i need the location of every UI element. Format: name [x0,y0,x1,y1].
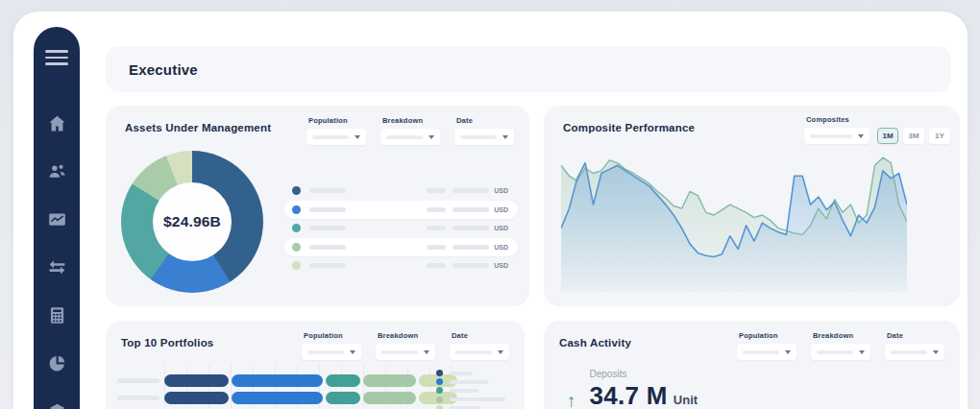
filter-label: Composites [806,115,870,124]
chevron-down-icon [858,134,864,138]
breakdown-select[interactable] [376,344,435,360]
filter-date: Date [454,116,514,145]
filter-population: Population [306,116,366,145]
legend-name-skeleton [309,207,346,212]
performance-icon[interactable] [45,207,68,230]
menu-icon[interactable] [45,46,68,69]
legend-value-skeleton [427,207,446,212]
legend-amount-skeleton [453,188,489,193]
perf-controls: Composites 1M 3M 1Y [804,115,950,144]
bar-track [164,374,457,387]
aum-legend-row: USD [284,181,518,201]
portfolio-bar-row [106,374,457,387]
chevron-down-icon [859,350,865,354]
bar-segment [326,392,361,404]
calculator-icon[interactable] [45,303,68,326]
portfolio-legend-item [436,387,505,394]
select-placeholder-skeleton [455,350,492,354]
card-assets-under-management: Assets Under Management Population Break… [106,106,529,306]
filter-breakdown: Breakdown [380,116,440,145]
chevron-down-icon [933,350,939,354]
aum-legend-row: USD [284,201,518,220]
home-icon[interactable] [45,111,68,134]
portfolio-legend [436,370,505,409]
breakdown-select[interactable] [380,129,440,145]
currency-label: USD [494,187,508,194]
legend-name-skeleton [309,226,346,230]
legend-amount-skeleton [453,245,489,250]
legend-dot [292,186,301,195]
legend-value-skeleton [427,226,446,230]
sidebar-nav [34,27,80,409]
range-buttons: 1M 3M 1Y [877,128,950,144]
aum-legend-row: USD [284,219,518,238]
users-icon[interactable] [45,159,68,182]
population-select[interactable] [306,129,366,145]
range-button-1y[interactable]: 1Y [929,128,950,144]
chevron-down-icon [502,135,508,139]
filter-label: Date [887,331,944,340]
chevron-down-icon [785,350,791,354]
population-select[interactable] [737,344,796,360]
legend-name-skeleton [450,397,505,401]
currency-label: USD [494,244,508,251]
range-button-1m[interactable]: 1M [877,128,898,144]
bar-segment [164,374,229,387]
transfers-icon[interactable] [45,255,68,278]
filter-population: Population [302,331,361,360]
date-select[interactable] [454,129,514,145]
aum-legend-row: USD [284,238,518,257]
allocation-pie-icon[interactable] [45,351,68,374]
aum-total-value: $24.96B [163,213,221,230]
bar-segment [232,392,323,404]
select-placeholder-skeleton [386,135,423,139]
filter-label: Breakdown [378,331,435,340]
breakdown-select[interactable] [811,344,870,360]
range-button-3m[interactable]: 3M [903,128,924,144]
bar-track [164,392,457,404]
legend-amount-skeleton [453,226,489,230]
legend-name-skeleton [450,380,488,384]
filter-label: Date [456,116,514,125]
portfolio-bars [106,374,457,409]
legend-value-skeleton [427,245,446,250]
performance-chart-svg [561,144,907,292]
legend-value-skeleton [427,263,446,268]
filter-label: Population [308,116,366,125]
portfolio-legend-item [436,397,505,403]
population-select[interactable] [302,344,361,360]
portfolio-legend-item [436,405,505,409]
filter-breakdown: Breakdown [376,331,435,360]
aum-donut-chart: $24.96B [121,151,263,293]
legend-dot [292,261,301,270]
filter-breakdown: Breakdown [811,331,870,360]
card-title: Assets Under Management [125,122,271,133]
bar-segment [232,374,323,387]
legend-dot [436,378,443,385]
filter-label: Population [739,331,796,340]
filter-population: Population [737,331,796,360]
portfolio-legend-item [436,370,505,376]
select-placeholder-skeleton [312,135,349,139]
bar-label-skeleton [117,378,159,383]
layers-icon[interactable] [45,399,68,409]
card-composite-performance: Composite Performance Composites 1M 3M 1… [544,106,960,306]
portfolio-bar-row [106,392,457,404]
select-placeholder-skeleton [817,350,853,354]
chevron-down-icon [350,350,355,354]
deposits-unit: Unit [674,393,698,407]
app-container: Executive Assets Under Management Popula… [13,12,968,409]
donut-hole: $24.96B [153,182,232,261]
legend-amount-skeleton [453,207,489,212]
legend-dot [292,205,301,214]
date-select[interactable] [450,344,509,360]
chevron-down-icon [429,135,434,139]
composites-select[interactable] [804,128,870,144]
deposits-label: Deposits [590,369,698,379]
bar-label-skeleton [117,396,159,400]
select-placeholder-skeleton [891,350,927,354]
date-select[interactable] [885,344,944,360]
legend-amount-skeleton [453,263,489,268]
currency-label: USD [494,262,508,269]
legend-dot [436,370,443,376]
